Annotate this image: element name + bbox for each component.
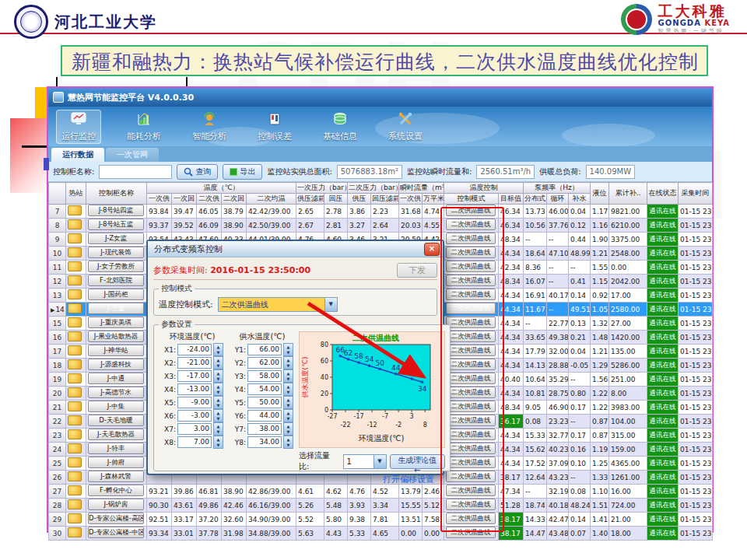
table-row[interactable]: 28J-锅炉房90.3043.6149.8642.4646.16/39.005.… (49, 499, 713, 513)
heat-station-icon[interactable] (68, 345, 82, 355)
control-mode-button[interactable]: 二次供温曲线 (446, 513, 496, 524)
spinner-icon[interactable]: ▲▼ (213, 422, 223, 436)
table-row[interactable]: 8J-8号站五监93.3739.5246.0938.9042.50/39.002… (49, 219, 713, 233)
control-mode-button[interactable]: 二次供温曲线 (446, 205, 496, 216)
heat-station-icon[interactable] (68, 317, 82, 327)
cabinet-name-button[interactable]: F-孵化中心 (88, 485, 144, 496)
control-mode-button[interactable]: 二次供温曲线 (446, 345, 496, 356)
spinner-icon[interactable]: ▲▼ (283, 343, 293, 356)
heat-station-icon[interactable] (68, 471, 82, 481)
cabinet-name-button[interactable]: J-源盛科技 (88, 359, 144, 370)
heat-station-icon[interactable] (68, 429, 82, 439)
heat-station-icon[interactable] (68, 303, 82, 313)
control-mode-button[interactable]: 二次供温曲线 (446, 443, 496, 454)
spinner-icon[interactable]: ▲▼ (213, 343, 223, 356)
heat-station-icon[interactable] (68, 289, 82, 299)
cabinet-name-button[interactable]: J-8号站五监 (88, 219, 144, 230)
cabinet-name-button[interactable]: J-女子劳教所 (88, 261, 144, 272)
heat-station-icon[interactable] (68, 205, 82, 215)
cabinet-name-button[interactable]: J-8号站四监 (88, 205, 144, 216)
env-temp-4-input[interactable]: -13.00 (177, 383, 212, 395)
chevron-down-icon[interactable]: ▼ (324, 298, 337, 311)
cabinet-name-button[interactable]: J-特丰 (88, 443, 144, 454)
env-temp-2-input[interactable]: -21.00 (177, 357, 212, 369)
control-mode-button[interactable]: 二次供温曲线 (446, 275, 496, 286)
table-row[interactable]: 29D-专家公寓楼-高区92.5133.1737.2032.6034.90/39… (49, 513, 713, 527)
cabinet-name-button[interactable]: J-森林武警 (88, 471, 144, 482)
cabinet-name-button[interactable]: J-高德节水 (88, 387, 144, 398)
control-mode-button[interactable]: 二次供温曲线 (446, 331, 496, 342)
control-mode-button[interactable]: 二次供温曲线 (446, 359, 496, 370)
heat-station-icon[interactable] (68, 247, 82, 257)
nav-item-smart-analysis[interactable]: 智能分析 (187, 110, 232, 144)
cabinet-name-input[interactable] (99, 165, 172, 179)
control-mode-button[interactable]: 二次供温曲线 (446, 401, 496, 412)
cabinet-name-button[interactable]: J-天毛散热器 (88, 429, 144, 440)
cabinet-name-button[interactable]: D-天毛地暖 (88, 415, 144, 426)
generate-button[interactable]: 生成理论值← (390, 454, 445, 469)
heat-station-icon[interactable] (68, 261, 82, 271)
spinner-icon[interactable]: ▲▼ (283, 436, 293, 449)
control-mode-button[interactable]: 二次供温曲线 (446, 499, 496, 510)
offset-settings-link[interactable]: 打开偏移设置 (383, 474, 434, 485)
close-icon[interactable]: × (424, 243, 440, 256)
heat-station-icon[interactable] (68, 359, 82, 369)
control-mode-button[interactable]: 二次供温曲线 (446, 247, 496, 258)
spinner-icon[interactable]: ▲▼ (213, 383, 223, 396)
control-mode-button[interactable]: 二次供温曲线 (446, 219, 496, 230)
supply-temp-3-input[interactable]: 58.00 (247, 370, 282, 382)
flow-ratio-dropdown[interactable]: 1▼ (343, 454, 387, 469)
control-mode-button[interactable]: 二次供温曲线 (446, 317, 496, 328)
heat-station-icon[interactable] (68, 387, 82, 397)
heat-station-icon[interactable] (68, 527, 82, 537)
cabinet-name-button[interactable]: J-国药柜 (88, 289, 144, 300)
control-mode-button[interactable]: 二次供温曲线 (446, 303, 496, 314)
nav-item-database[interactable]: 基础信息 (317, 110, 363, 144)
heat-station-icon[interactable] (68, 401, 82, 411)
cabinet-name-button[interactable]: J-三监 (88, 303, 144, 314)
cabinet-name-button[interactable]: D-专家公寓楼-中区 (88, 527, 144, 538)
table-row[interactable]: 7J-8号站四监93.8439.4746.0538.7942.42/39.002… (49, 205, 713, 219)
spinner-icon[interactable]: ▲▼ (213, 409, 223, 422)
heat-station-icon[interactable] (68, 457, 82, 467)
heat-station-icon[interactable] (68, 513, 82, 523)
env-temp-8-input[interactable]: 7.00 (177, 436, 212, 448)
control-mode-button[interactable]: 二次供温曲线 (446, 527, 496, 538)
supply-temp-7-input[interactable]: 38.00 (247, 423, 282, 435)
env-temp-1-input[interactable]: -24.00 (177, 344, 212, 355)
control-mode-button[interactable]: 二次供温曲线 (446, 233, 496, 244)
spinner-icon[interactable]: ▲▼ (283, 409, 293, 422)
supply-temp-6-input[interactable]: 44.00 (247, 410, 282, 422)
nav-item-settings[interactable]: 系统设置 (383, 110, 428, 144)
control-mode-button[interactable]: 二次供温曲线 (446, 373, 496, 384)
search-button[interactable]: 查询 (177, 164, 218, 180)
heat-station-icon[interactable] (68, 219, 82, 229)
control-mode-button[interactable]: 二次供温曲线 (446, 471, 496, 482)
mode-dropdown[interactable]: 二次供温曲线▼ (218, 297, 338, 312)
spinner-icon[interactable]: ▲▼ (213, 356, 223, 369)
control-mode-button[interactable]: 二次供温曲线 (446, 457, 496, 468)
cabinet-name-button[interactable]: J-神华站 (88, 345, 144, 356)
spinner-icon[interactable]: ▲▼ (213, 396, 223, 409)
supply-temp-2-input[interactable]: 62.00 (247, 357, 282, 369)
spinner-icon[interactable]: ▲▼ (213, 369, 223, 383)
send-button[interactable]: 下发 (397, 263, 437, 278)
control-mode-button[interactable]: 二次供温曲线 (446, 485, 496, 496)
cabinet-name-button[interactable]: J-帅府 (88, 457, 144, 468)
spinner-icon[interactable]: ▲▼ (213, 436, 223, 449)
cabinet-name-button[interactable]: J-Z女监 (88, 233, 144, 244)
control-mode-button[interactable]: 二次供温曲线 (446, 289, 496, 300)
nav-item-energy-chart[interactable]: 能耗分析 (121, 110, 167, 144)
heat-station-icon[interactable] (68, 275, 82, 285)
supply-temp-5-input[interactable]: 50.00 (247, 397, 282, 408)
cabinet-name-button[interactable]: D-专家公寓楼-高区 (88, 513, 144, 524)
heat-station-icon[interactable] (68, 373, 82, 383)
heat-station-icon[interactable] (68, 415, 82, 425)
cabinet-name-button[interactable]: J-中集 (88, 401, 144, 412)
export-button[interactable]: 导出 (223, 164, 262, 180)
heat-station-icon[interactable] (68, 331, 82, 341)
chevron-down-icon[interactable]: ▼ (374, 455, 386, 468)
env-temp-6-input[interactable]: -3.00 (177, 410, 212, 422)
env-temp-3-input[interactable]: -17.00 (177, 370, 212, 382)
cabinet-name-button[interactable]: J-锅炉房 (88, 499, 144, 510)
